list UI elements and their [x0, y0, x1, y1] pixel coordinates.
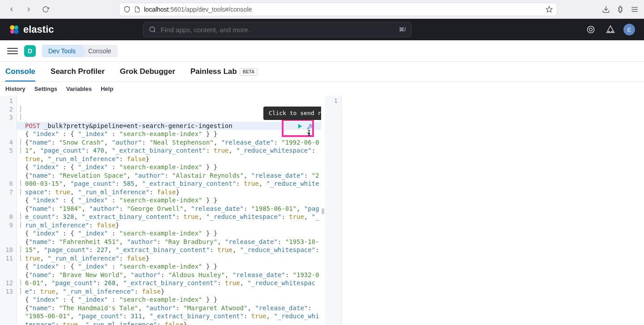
- sub-header: D Dev Tools Console: [0, 40, 644, 62]
- back-button[interactable]: [5, 3, 18, 16]
- console-toolbar: History Settings Variables Help: [0, 82, 644, 96]
- pane-splitter-icon[interactable]: ||: [321, 96, 325, 325]
- svg-point-9: [150, 27, 155, 32]
- page-icon: [134, 6, 140, 13]
- breadcrumb: Dev Tools Console: [42, 45, 118, 57]
- brand-text: elastic: [23, 24, 54, 35]
- svg-point-8: [14, 29, 19, 34]
- toolbar-help[interactable]: Help: [101, 86, 113, 92]
- svg-point-7: [10, 30, 14, 34]
- bookmark-star-icon[interactable]: [546, 6, 553, 13]
- tab-painless-lab[interactable]: Painless LabBETA: [191, 67, 258, 81]
- forward-button[interactable]: [22, 3, 35, 16]
- user-avatar[interactable]: E: [623, 24, 635, 35]
- tab-row: Console Search Profiler Grok Debugger Pa…: [0, 62, 644, 82]
- svg-marker-0: [546, 6, 552, 12]
- toolbar-variables[interactable]: Variables: [66, 86, 92, 92]
- elastic-logo[interactable]: elastic: [9, 24, 54, 35]
- line-gutter-left: 12345678910111213: [0, 96, 17, 325]
- send-request-icon[interactable]: [297, 123, 303, 129]
- nav-toggle-icon[interactable]: [7, 46, 18, 56]
- editor-line[interactable]: {"name": "Brave New World", "author": "A…: [25, 271, 319, 296]
- global-search[interactable]: ⌘/: [143, 22, 411, 37]
- shield-icon: [123, 6, 131, 13]
- request-actions: Click to send request: [294, 122, 317, 131]
- app-badge[interactable]: D: [24, 45, 36, 57]
- editor-line[interactable]: { "index" : { "_index" : "search-example…: [25, 163, 319, 171]
- svg-point-6: [14, 26, 18, 30]
- request-editor[interactable]: |||||||||||| POST _bulk?pretty&pipeline=…: [17, 96, 321, 325]
- svg-point-15: [611, 31, 613, 33]
- editor-line[interactable]: {"name": "Fahrenheit 451", "author": "Ra…: [25, 238, 319, 263]
- browser-toolbar: localhost:5601/app/dev_tools#/console: [0, 0, 644, 19]
- svg-point-12: [589, 28, 593, 31]
- editor-line[interactable]: { "index" : { "_index" : "search-example…: [25, 295, 319, 304]
- editor-line[interactable]: {"name": "Snow Crash", "author": "Neal S…: [25, 138, 319, 163]
- editor-line[interactable]: {"name": "1984", "author": "George Orwel…: [25, 205, 319, 230]
- help-icon[interactable]: [584, 23, 597, 36]
- tab-search-profiler[interactable]: Search Profiler: [51, 67, 105, 81]
- toolbar-settings[interactable]: Settings: [34, 86, 57, 92]
- editor-line[interactable]: { "index" : { "_index" : "search-example…: [25, 262, 319, 271]
- reload-button[interactable]: [39, 3, 52, 16]
- editor-line[interactable]: { "index" : { "_index" : "search-example…: [25, 196, 319, 205]
- response-editor[interactable]: [342, 96, 644, 325]
- elastic-header: elastic ⌘/ E: [0, 19, 644, 40]
- editor-line[interactable]: { "index" : { "_index" : "search-example…: [25, 130, 319, 138]
- console-panes: 12345678910111213 |||||||||||| POST _bul…: [0, 96, 644, 325]
- request-pane[interactable]: 12345678910111213 |||||||||||| POST _bul…: [0, 96, 321, 325]
- editor-line[interactable]: {"name": "Revelation Space", "author": "…: [25, 171, 319, 197]
- tab-console[interactable]: Console: [5, 67, 35, 81]
- svg-marker-13: [607, 26, 614, 33]
- kbd-hint: ⌘/: [399, 26, 406, 33]
- extensions-icon[interactable]: [616, 5, 624, 13]
- tab-grok-debugger[interactable]: Grok Debugger: [120, 67, 175, 81]
- breadcrumb-devtools[interactable]: Dev Tools: [42, 45, 82, 57]
- url-text: localhost:5601/app/dev_tools#/console: [144, 6, 252, 13]
- send-request-tooltip: Click to send request: [263, 107, 321, 120]
- global-search-input[interactable]: [161, 26, 394, 34]
- newsfeed-icon[interactable]: [604, 23, 617, 36]
- svg-point-14: [608, 31, 610, 33]
- svg-point-5: [10, 25, 15, 30]
- downloads-icon[interactable]: [602, 5, 610, 13]
- search-icon: [149, 26, 156, 33]
- elastic-logo-icon: [9, 24, 20, 35]
- breadcrumb-console[interactable]: Console: [82, 45, 117, 57]
- editor-line[interactable]: { "index" : { "_index" : "search-example…: [25, 229, 319, 238]
- toolbar-history[interactable]: History: [5, 86, 25, 92]
- editor-line[interactable]: {"name": "The Handmaid's Tale", "author"…: [25, 304, 319, 325]
- response-pane[interactable]: 1: [325, 96, 644, 325]
- svg-line-10: [154, 31, 156, 32]
- address-bar[interactable]: localhost:5601/app/dev_tools#/console: [119, 3, 557, 16]
- menu-icon[interactable]: [631, 5, 639, 13]
- svg-marker-16: [298, 124, 302, 128]
- cursor-icon: [305, 129, 313, 137]
- svg-point-11: [587, 26, 594, 33]
- line-gutter-right: 1: [325, 96, 342, 325]
- beta-badge: BETA: [240, 68, 258, 76]
